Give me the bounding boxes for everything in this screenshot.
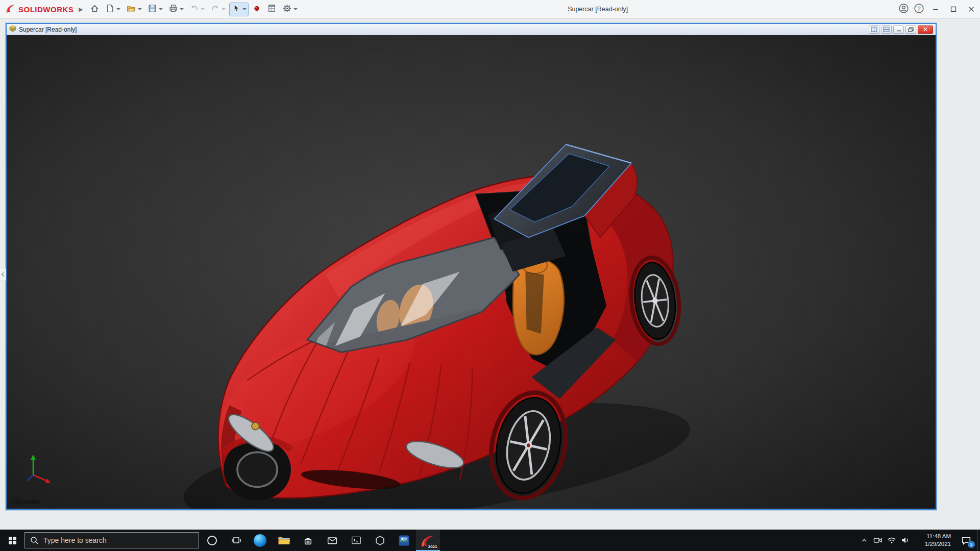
account-button[interactable] <box>896 0 911 19</box>
select-cursor-icon <box>231 4 241 15</box>
doc-tile-horizontal-button[interactable] <box>881 26 892 34</box>
svg-text:?: ? <box>917 5 920 11</box>
action-center-button[interactable]: 2 <box>955 530 977 551</box>
print-caret-icon[interactable] <box>180 8 184 10</box>
doc-restore-button[interactable] <box>905 26 916 34</box>
redo-caret-icon[interactable] <box>222 8 226 10</box>
home-button[interactable] <box>88 3 102 16</box>
solidworks-app-window: SOLIDWORKS ▶ <box>0 0 980 551</box>
app-window-title: Supercar [Read-only] <box>568 6 628 13</box>
appearance-bead-icon <box>252 4 261 15</box>
close-icon <box>968 6 974 12</box>
solidworks-year-badge: 2021 <box>428 544 437 549</box>
volume-button[interactable] <box>898 530 912 551</box>
collapse-chevron-icon <box>1 272 5 277</box>
part-document-icon <box>9 25 16 34</box>
select-tool-caret-icon[interactable] <box>242 8 247 10</box>
titlebar-right-controls: ? <box>896 0 980 19</box>
app-maximize-button[interactable] <box>944 0 962 19</box>
home-icon <box>90 4 100 15</box>
open-caret-icon[interactable] <box>138 8 142 10</box>
maximize-icon <box>950 6 957 12</box>
app-minimize-button[interactable] <box>926 0 944 19</box>
solidworks-logo-icon <box>5 3 16 16</box>
search-placeholder-text: Type here to search <box>43 536 107 544</box>
main-toolbar <box>88 3 300 16</box>
tile-vertical-icon <box>871 27 877 32</box>
doc-minimize-button[interactable] <box>893 26 904 34</box>
save-button[interactable] <box>145 3 165 16</box>
hexagon-app-icon <box>375 535 385 546</box>
solidworks-app-icon: 2021 <box>420 533 436 548</box>
new-document-caret-icon[interactable] <box>116 8 120 10</box>
doc-close-icon <box>923 27 928 32</box>
document-titlebar[interactable]: Supercar [Read-only] <box>7 24 936 35</box>
windows-logo-icon <box>8 536 17 545</box>
terminal-icon <box>351 536 361 545</box>
mail-button[interactable] <box>320 530 344 551</box>
options-caret-icon[interactable] <box>293 8 298 10</box>
open-button[interactable] <box>124 3 144 16</box>
taskpane-collapse-handle[interactable] <box>0 268 6 281</box>
app-client-area: Supercar [Read-only] <box>0 19 980 530</box>
task-view-button[interactable] <box>224 530 248 551</box>
edge-browser-button[interactable] <box>248 530 272 551</box>
network-button[interactable] <box>885 530 898 551</box>
chevron-up-icon <box>861 537 868 544</box>
blue-app-button[interactable] <box>392 530 416 551</box>
open-folder-icon <box>126 4 136 15</box>
clock-time: 11:48 AM <box>915 533 951 540</box>
menu-expand-chevron-icon[interactable]: ▶ <box>79 6 83 13</box>
doc-minimize-icon <box>896 27 901 32</box>
doc-close-button[interactable] <box>918 26 933 34</box>
tray-hidden-icons-button[interactable] <box>857 530 871 551</box>
store-icon <box>303 536 313 545</box>
view-orientation-label: *Dimetric <box>13 498 41 506</box>
help-button[interactable]: ? <box>911 0 926 19</box>
meet-now-camera-icon <box>873 536 883 544</box>
cortana-icon <box>207 536 217 545</box>
file-properties-button[interactable] <box>265 3 279 16</box>
undo-caret-icon[interactable] <box>201 8 205 10</box>
supercar-3d-model[interactable] <box>7 35 936 509</box>
meet-now-button[interactable] <box>871 530 885 551</box>
print-button[interactable] <box>166 3 186 16</box>
save-caret-icon[interactable] <box>159 8 163 10</box>
speaker-icon <box>901 536 910 544</box>
app-titlebar: SOLIDWORKS ▶ <box>0 0 980 19</box>
undo-button[interactable] <box>187 3 207 16</box>
account-person-icon <box>898 3 909 16</box>
terminal-app-button[interactable] <box>344 530 368 551</box>
taskbar-clock[interactable]: 11:48 AM 1/29/2021 <box>915 533 951 548</box>
help-icon: ? <box>914 3 924 16</box>
solidworks-taskbar-button[interactable]: 2021 <box>416 530 440 551</box>
orientation-triad <box>21 453 55 486</box>
minimize-icon <box>933 6 939 12</box>
task-view-icon <box>231 536 241 545</box>
document-window: Supercar [Read-only] <box>6 23 937 510</box>
wifi-icon <box>887 537 896 544</box>
select-tool-button[interactable] <box>229 3 249 16</box>
file-explorer-button[interactable] <box>272 530 296 551</box>
appearance-button[interactable] <box>250 3 263 16</box>
document-title: Supercar [Read-only] <box>19 26 869 33</box>
graphics-viewport[interactable]: *Dimetric <box>7 35 936 509</box>
solidworks-logo-text: SOLIDWORKS <box>18 5 74 14</box>
redo-button[interactable] <box>208 3 228 16</box>
cortana-button[interactable] <box>200 530 224 551</box>
microsoft-store-button[interactable] <box>296 530 320 551</box>
hexagon-app-button[interactable] <box>368 530 392 551</box>
options-button[interactable] <box>280 3 300 16</box>
mail-icon <box>327 536 337 545</box>
new-document-button[interactable] <box>103 3 122 16</box>
show-desktop-button[interactable] <box>977 530 980 551</box>
taskbar-search-box[interactable]: Type here to search <box>24 532 199 548</box>
undo-icon <box>189 4 199 15</box>
start-button[interactable] <box>0 530 24 551</box>
clock-date: 1/29/2021 <box>915 540 951 548</box>
notification-count-badge: 2 <box>968 541 975 548</box>
doc-tile-vertical-button[interactable] <box>869 26 879 34</box>
app-close-button[interactable] <box>962 0 980 19</box>
tile-horizontal-icon <box>883 27 890 32</box>
new-document-icon <box>105 4 115 15</box>
